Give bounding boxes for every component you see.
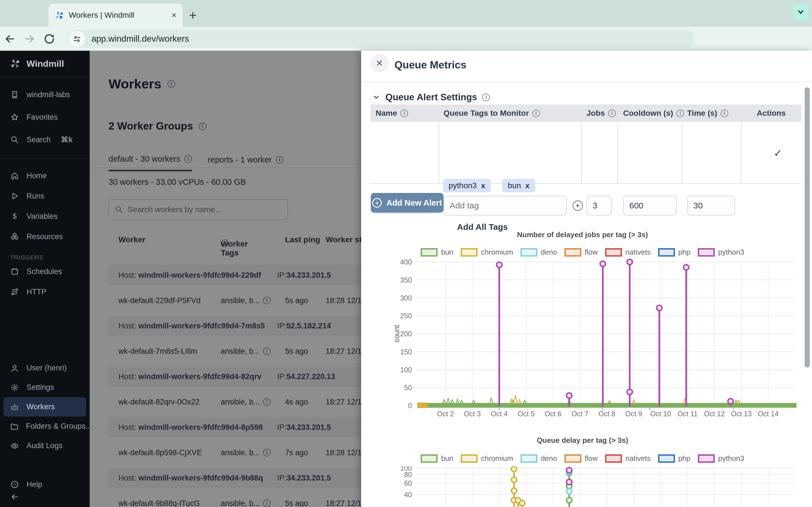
svg-text:$: $ [13,212,17,220]
sidebar-item-windmill-labs[interactable]: windmill-labs [0,83,90,106]
legend-item-nativets[interactable]: nativets [605,454,651,463]
tab-search-button[interactable] [793,4,808,20]
info-icon[interactable]: i [608,110,616,117]
svg-text:Oct 6: Oct 6 [545,410,562,418]
modal-dim-overlay[interactable] [90,51,361,507]
sidebar-item-audit-logs[interactable]: Audit Logs [0,436,90,455]
star-icon [10,113,19,121]
add-new-alert-button[interactable]: + Add New Alert [371,193,444,213]
sidebar-item-label: HTTP [27,288,47,296]
sidebar-item-resources[interactable]: Resources [0,226,90,247]
svg-text:300: 300 [400,294,412,302]
sidebar-item-label: Favorites [27,113,58,122]
add-tag-input[interactable] [444,196,567,216]
sidebar-item-search[interactable]: Search⌘k [0,128,90,151]
legend-item-flow[interactable]: flow [564,454,598,463]
windmill-logo-icon [10,58,21,69]
browser-tab[interactable]: Workers | Windmill × [49,4,183,27]
remove-tag-icon[interactable]: x [481,182,485,190]
svg-text:Oct 10: Oct 10 [650,410,671,418]
sidebar-item-home[interactable]: Home [0,166,90,186]
alert-col-queue-tags-to-monitor: Queue Tags to Monitor i [444,109,540,118]
jobs-input[interactable] [587,196,612,216]
info-icon[interactable]: i [721,110,728,117]
sidebar-item-settings[interactable]: Settings [0,378,90,397]
drawer-scrollbar[interactable] [805,87,810,368]
sidebar-item-folders-groups[interactable]: Folders & Groups... [0,416,90,436]
alert-table-header: Name iQueue Tags to Monitor iJobs iCoold… [370,105,801,122]
svg-text:0: 0 [408,402,412,409]
windmill-brand[interactable]: Windmill [10,58,64,69]
queue-alert-settings-heading[interactable]: Queue Alert Settings i [372,92,490,103]
sidebar-item-label: Audit Logs [27,441,63,450]
windmill-favicon-icon [55,10,64,20]
add-tag-button[interactable]: + [573,201,583,211]
new-tab-button[interactable]: + [184,6,202,24]
tag-pill-bun[interactable]: bunx [502,179,535,192]
triggers-section-label: TRIGGERS [10,254,43,261]
sidebar-item-http[interactable]: HTTP [0,282,90,302]
collapse-sidebar-icon[interactable] [10,492,19,501]
legend-item-php[interactable]: php [658,454,691,463]
svg-text:Oct 2: Oct 2 [437,410,454,418]
queue-metrics-drawer: Queue Metrics Queue Alert Settings i Nam… [361,51,812,507]
sidebar-item-favorites[interactable]: Favorites [0,106,90,128]
time-input[interactable] [687,196,735,216]
play-icon [10,192,19,200]
svg-text:Oct 11: Oct 11 [677,410,698,418]
help-icon: ? [10,480,19,489]
svg-text:Oct 9: Oct 9 [625,410,642,418]
user-icon [10,364,19,372]
tag-pill-python3[interactable]: python3x [443,179,491,192]
omnibox[interactable]: app.windmill.dev/workers [68,30,694,48]
drawer-divider [361,82,812,82]
sidebar-item-user-henri[interactable]: User (henri) [0,358,90,378]
sidebar-item-schedules[interactable]: Schedules [0,262,90,282]
info-icon[interactable]: i [482,94,490,101]
sidebar-item-label: Workers [27,402,55,411]
screen: Workers | Windmill × + app.windmill.dev/… [0,0,812,507]
legend-swatch [564,454,581,463]
browser-toolbar: app.windmill.dev/workers [0,27,812,51]
legend-item-chromium[interactable]: chromium [461,454,513,463]
alert-col-name: Name i [375,109,408,118]
back-button-icon[interactable] [0,33,20,45]
route-icon [10,288,19,296]
sidebar-item-label: Search [27,135,51,144]
close-drawer-button[interactable] [370,54,389,72]
reload-button-icon[interactable] [40,33,59,45]
svg-text:Oct 3: Oct 3 [464,410,481,418]
home-icon [10,172,19,180]
info-icon[interactable]: i [400,110,408,117]
sidebar-item-variables[interactable]: $Variables [0,206,90,226]
calendar-icon [10,267,19,276]
remove-tag-icon[interactable]: x [525,182,529,190]
url-text: app.windmill.dev/workers [91,34,189,44]
close-icon [375,59,384,67]
legend-item-bun[interactable]: bun [421,454,453,463]
info-icon[interactable]: i [676,110,684,117]
site-settings-icon[interactable] [69,31,85,47]
search-icon [10,135,19,144]
cooldown-input[interactable] [623,196,677,216]
alert-col-actions: Actions [757,109,786,118]
confirm-alert-icon[interactable]: ✓ [774,147,782,159]
gear-icon [10,383,19,392]
svg-text:100: 100 [400,366,412,374]
sidebar-item-runs[interactable]: Runs [0,186,90,206]
tab-close-icon[interactable]: × [171,10,176,20]
brand-label: Windmill [27,59,64,69]
alert-col-cooldown-s: Cooldown (s) i [623,109,684,118]
forward-button-icon[interactable] [20,33,40,45]
legend-item-python3[interactable]: python3 [698,454,744,463]
sidebar-item-help[interactable]: ? Help [0,474,46,494]
svg-text:?: ? [13,482,16,487]
legend-item-deno[interactable]: deno [520,454,557,463]
tab-title: Workers | Windmill [69,11,167,20]
chevron-down-icon [372,93,380,101]
sidebar-item-workers[interactable]: Workers [3,397,86,416]
svg-text:Oct 4: Oct 4 [491,410,508,418]
sidebar-item-label: Settings [27,383,54,392]
queue-delay-chart: 100806040 [361,466,812,507]
info-icon[interactable]: i [532,110,540,117]
